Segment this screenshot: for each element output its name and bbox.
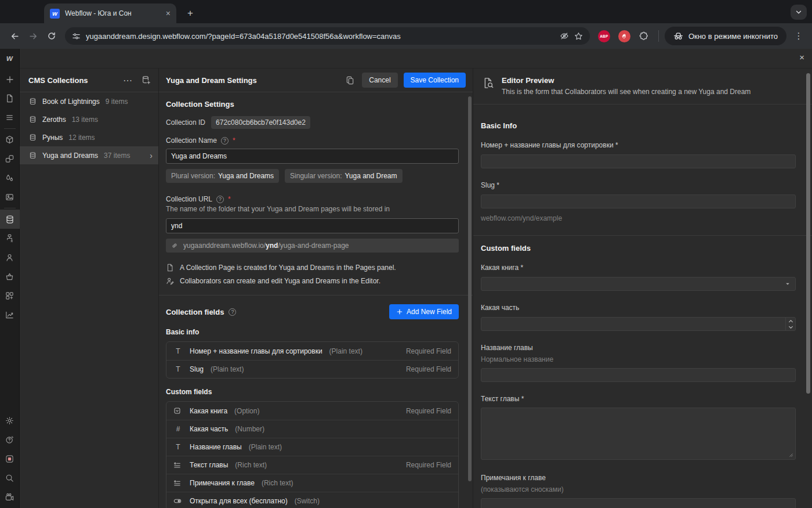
cms-more-button[interactable]: ⋯ xyxy=(121,74,134,87)
collection-settings-heading: Collection Settings xyxy=(166,100,459,109)
rail-bottom-group xyxy=(0,411,20,507)
field-row[interactable]: T Slug (Plain text) Required Field xyxy=(166,360,458,378)
cms-panel-header: CMS Collections ⋯ xyxy=(20,69,158,92)
chapter-title-input[interactable] xyxy=(481,368,796,382)
ecommerce-button[interactable] xyxy=(0,267,20,286)
chevron-right-icon: › xyxy=(150,151,153,160)
part-number-input[interactable] xyxy=(481,317,796,331)
page-icon xyxy=(166,264,174,272)
book-select[interactable] xyxy=(481,277,796,291)
back-button[interactable] xyxy=(6,27,23,45)
preview-scrollbar[interactable] xyxy=(806,72,810,505)
adblock-extension-icon[interactable]: ABP xyxy=(598,30,610,42)
help-circle-icon[interactable]: ? xyxy=(229,308,236,316)
bookmark-star-icon[interactable] xyxy=(574,32,583,41)
new-tab-button[interactable]: + xyxy=(182,5,198,21)
collection-name-input[interactable]: Yuga and Dreams xyxy=(166,149,459,164)
cancel-button[interactable]: Cancel xyxy=(362,73,397,88)
help-circle-icon[interactable]: ? xyxy=(216,196,224,203)
tab-close-icon[interactable]: × xyxy=(166,9,171,17)
navigator-button[interactable] xyxy=(0,108,20,127)
collection-item-active[interactable]: Yuga and Dreams 37 items › xyxy=(20,146,158,164)
settings-scrollbar[interactable] xyxy=(468,95,472,505)
add-collection-button[interactable] xyxy=(140,74,153,87)
forward-button[interactable] xyxy=(24,27,42,45)
audit-button[interactable] xyxy=(0,305,20,325)
chevron-down-icon xyxy=(795,8,803,16)
url-text[interactable]: yugaanddream.design.webflow.com/?pageId=… xyxy=(86,32,554,41)
browser-menu-button[interactable]: ⋮ xyxy=(791,28,806,44)
add-element-button[interactable] xyxy=(0,70,20,89)
eye-off-icon[interactable] xyxy=(560,31,569,41)
recording-indicator[interactable] xyxy=(0,449,20,469)
field-row[interactable]: # Какая часть (Number) xyxy=(166,420,458,438)
reload-button[interactable] xyxy=(43,27,60,45)
variables-button[interactable] xyxy=(0,168,20,188)
resize-grip-icon[interactable] xyxy=(788,452,793,457)
video-button[interactable] xyxy=(0,488,20,507)
components-button[interactable] xyxy=(0,130,20,149)
cms-button[interactable] xyxy=(0,210,20,229)
database-plus-icon xyxy=(142,75,151,85)
styles-button[interactable] xyxy=(0,149,20,168)
field-row[interactable]: Текст главы (Rich text) Required Field xyxy=(166,456,458,474)
collection-item[interactable]: Book of Lightnings 9 items xyxy=(20,92,158,110)
custom-fields-list: Какая книга (Option) Required Field # Ка… xyxy=(166,401,459,508)
blocker-hand-extension-icon[interactable] xyxy=(618,30,630,42)
collection-count: 12 items xyxy=(68,134,95,142)
webflow-logo-icon[interactable]: w xyxy=(6,53,13,63)
editor-preview-header: Editor Preview This is the form that Col… xyxy=(473,69,812,105)
tab-list-chevron-button[interactable] xyxy=(791,5,807,20)
field-row[interactable]: T Название главы (Plain text) xyxy=(166,438,458,456)
scrollbar-thumb[interactable] xyxy=(806,73,810,394)
custom-fields-group-label: Custom fields xyxy=(166,388,459,396)
apps-button[interactable] xyxy=(0,286,20,305)
back-icon xyxy=(10,31,20,41)
close-panel-icon[interactable]: × xyxy=(799,53,804,62)
scrollbar-thumb[interactable] xyxy=(468,96,472,481)
chapter-notes-textarea[interactable] xyxy=(481,498,796,508)
save-collection-button[interactable]: Save Collection xyxy=(404,73,466,88)
field-row[interactable]: Какая книга (Option) Required Field xyxy=(166,402,458,420)
duplicate-collection-button[interactable] xyxy=(343,74,356,87)
field-row[interactable]: Открыта для всех (бесплатно) (Switch) xyxy=(166,492,458,508)
field-row[interactable]: Примечания к главе (Rich text) xyxy=(166,474,458,492)
menu-lines-icon xyxy=(5,113,14,122)
reload-icon xyxy=(47,31,56,41)
field-row[interactable]: T Номер + название главы для сортировки … xyxy=(166,342,458,360)
collection-url-input[interactable]: ynd xyxy=(166,218,459,233)
extensions-button[interactable] xyxy=(635,27,652,45)
slug-helper: webflow.com/ynd/example xyxy=(481,214,796,222)
chapter-text-textarea[interactable] xyxy=(481,408,796,460)
incognito-icon xyxy=(673,31,683,41)
help-circle-icon[interactable]: ? xyxy=(221,137,229,145)
collection-item[interactable]: Руныs 12 items xyxy=(20,128,158,146)
number-stepper[interactable] xyxy=(785,318,795,330)
sort-name-input[interactable] xyxy=(481,154,796,168)
browser-tab[interactable]: w Webflow - Юга и Сон × xyxy=(44,3,176,23)
hand-icon xyxy=(621,33,628,39)
site-settings-icon[interactable] xyxy=(72,32,81,41)
incognito-label: Окно в режиме инкогнито xyxy=(688,32,778,41)
users-button[interactable] xyxy=(0,248,20,267)
collection-count: 37 items xyxy=(104,152,130,160)
address-bar[interactable]: yugaanddream.design.webflow.com/?pageId=… xyxy=(65,27,590,45)
chart-icon xyxy=(5,311,14,319)
collection-name: Руныs xyxy=(42,134,63,142)
settings-button[interactable] xyxy=(0,411,20,430)
pages-note: A Collection Page is created for Yuga an… xyxy=(166,264,459,272)
option-icon xyxy=(173,407,183,415)
help-icon xyxy=(5,435,14,444)
section-divider xyxy=(159,295,473,296)
pages-button[interactable] xyxy=(0,89,20,108)
settings-body: Collection Settings Collection ID 672c08… xyxy=(159,92,473,508)
slug-input[interactable] xyxy=(481,194,796,208)
search-button[interactable] xyxy=(0,469,20,488)
section-divider xyxy=(473,235,812,236)
add-new-field-button[interactable]: Add New Field xyxy=(389,304,459,319)
collection-item[interactable]: Zeroths 13 items xyxy=(20,110,158,128)
assets-button[interactable] xyxy=(0,188,20,207)
help-button[interactable] xyxy=(0,430,20,449)
settings-title: Yuga and Dream Settings xyxy=(166,76,338,85)
logic-button[interactable] xyxy=(0,229,20,248)
